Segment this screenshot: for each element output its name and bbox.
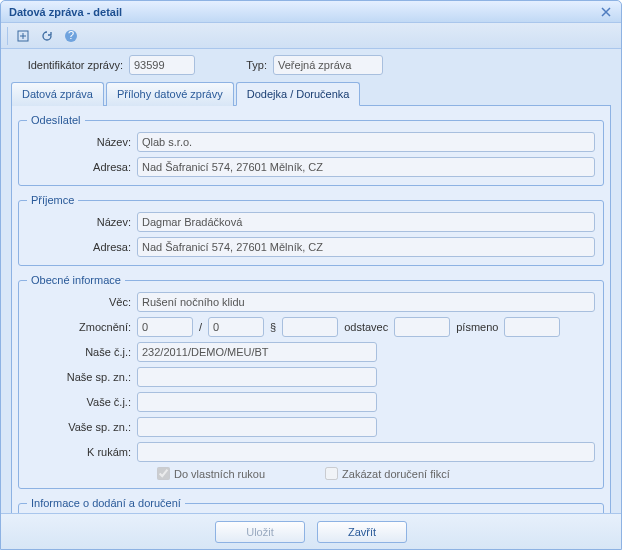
delivery-fieldset: Informace o dodání a doručení Dodáno: Do… (18, 497, 604, 513)
auth-input-2[interactable] (208, 317, 264, 337)
footer: Uložit Zavřít (1, 513, 621, 549)
subject-input[interactable] (137, 292, 595, 312)
auth-label: Zmocnění: (27, 321, 137, 333)
sender-fieldset: Odesílatel Název: Adresa: (18, 114, 604, 186)
tab-attachments[interactable]: Přílohy datové zprávy (106, 82, 234, 106)
close-icon[interactable] (599, 5, 613, 19)
auth-para-label: odstavec (344, 321, 388, 333)
type-label: Typ: (205, 59, 273, 71)
sender-addr-input[interactable] (137, 157, 595, 177)
tabs: Datová zpráva Přílohy datové zprávy Dode… (11, 81, 611, 106)
ourref-input[interactable] (137, 342, 377, 362)
yourref-input[interactable] (137, 392, 377, 412)
refresh-icon[interactable] (36, 26, 58, 46)
recipient-addr-label: Adresa: (27, 241, 137, 253)
hands-label: K rukám: (27, 446, 137, 458)
forbid-fiction-checkbox: Zakázat doručení fikcí (325, 467, 450, 480)
forbid-fiction-check-input (325, 467, 338, 480)
sender-legend: Odesílatel (27, 114, 85, 126)
save-button: Uložit (215, 521, 305, 543)
own-hands-label: Do vlastních rukou (174, 468, 265, 480)
delivery-legend: Informace o dodání a doručení (27, 497, 185, 509)
checks-row: Do vlastních rukou Zakázat doručení fikc… (157, 467, 595, 480)
own-hands-checkbox: Do vlastních rukou (157, 467, 265, 480)
forbid-fiction-label: Zakázat doručení fikcí (342, 468, 450, 480)
sender-name-input[interactable] (137, 132, 595, 152)
subject-label: Věc: (27, 296, 137, 308)
auth-input-1[interactable] (137, 317, 193, 337)
tab-body: Odesílatel Název: Adresa: Příjemce Název… (11, 106, 611, 513)
yourfile-label: Vaše sp. zn.: (27, 421, 137, 433)
auth-input-5[interactable] (504, 317, 560, 337)
recipient-name-input[interactable] (137, 212, 595, 232)
expand-icon[interactable] (12, 26, 34, 46)
tab-message[interactable]: Datová zpráva (11, 82, 104, 106)
auth-input-3[interactable] (282, 317, 338, 337)
id-input[interactable] (129, 55, 195, 75)
help-icon[interactable]: ? (60, 26, 82, 46)
hands-input[interactable] (137, 442, 595, 462)
general-legend: Obecné informace (27, 274, 125, 286)
auth-letter-label: písmeno (456, 321, 498, 333)
general-fieldset: Obecné informace Věc: Zmocnění: / § odst… (18, 274, 604, 489)
recipient-legend: Příjemce (27, 194, 78, 206)
close-button[interactable]: Zavřít (317, 521, 407, 543)
yourfile-input[interactable] (137, 417, 377, 437)
sender-addr-label: Adresa: (27, 161, 137, 173)
ourfile-input[interactable] (137, 367, 377, 387)
titlebar: Datová zpráva - detail (1, 1, 621, 23)
recipient-name-label: Název: (27, 216, 137, 228)
content: Identifikátor zprávy: Typ: Datová zpráva… (1, 49, 621, 513)
dialog-window: Datová zpráva - detail ? Identifikátor z… (0, 0, 622, 550)
type-input[interactable] (273, 55, 383, 75)
recipient-addr-input[interactable] (137, 237, 595, 257)
svg-text:?: ? (68, 29, 74, 41)
auth-input-4[interactable] (394, 317, 450, 337)
ourfile-label: Naše sp. zn.: (27, 371, 137, 383)
recipient-fieldset: Příjemce Název: Adresa: (18, 194, 604, 266)
window-title: Datová zpráva - detail (9, 6, 599, 18)
header-row: Identifikátor zprávy: Typ: (11, 55, 611, 75)
toolbar-sep (7, 27, 8, 45)
ourref-label: Naše č.j.: (27, 346, 137, 358)
id-label: Identifikátor zprávy: (11, 59, 129, 71)
auth-sep2: § (270, 321, 276, 333)
yourref-label: Vaše č.j.: (27, 396, 137, 408)
toolbar: ? (1, 23, 621, 49)
auth-sep1: / (199, 321, 202, 333)
sender-name-label: Název: (27, 136, 137, 148)
own-hands-check-input (157, 467, 170, 480)
tab-receipt[interactable]: Dodejka / Doručenka (236, 82, 361, 106)
